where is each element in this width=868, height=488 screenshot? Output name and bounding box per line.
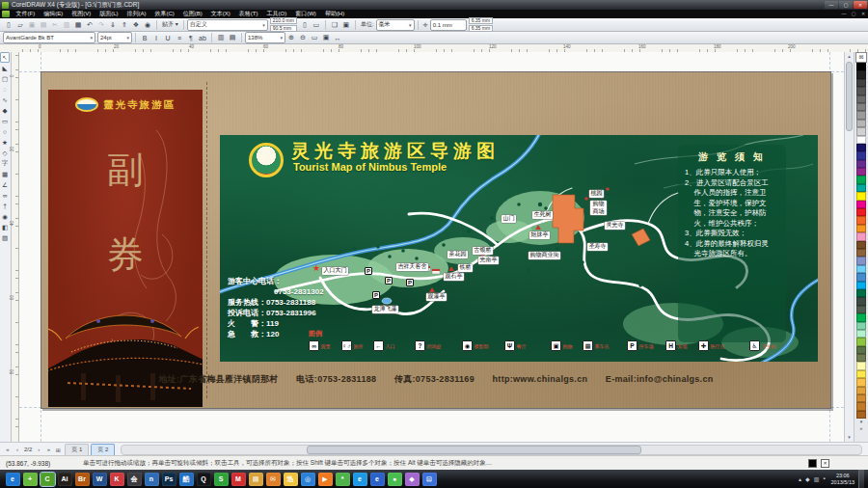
taskbar-app-icon[interactable]: M <box>231 473 246 486</box>
text-tool[interactable]: 字 <box>0 158 10 169</box>
redo-button[interactable]: ↷ <box>96 19 107 30</box>
doc-window-control-button[interactable]: ✕ <box>858 10 868 18</box>
alignment-button[interactable]: ≡ <box>175 33 185 43</box>
color-swatch[interactable] <box>856 111 866 119</box>
taskbar-clock[interactable]: 23:06 2013/5/13 <box>831 473 854 485</box>
taskbar-app-icon[interactable]: ● <box>388 473 402 486</box>
color-swatch[interactable] <box>856 79 866 87</box>
tourist-map[interactable]: 灵光寺旅游区导游图 Tourist Map of Nimbus Temple 游… <box>220 135 818 362</box>
interactive-blend-tool[interactable]: ∞ <box>0 190 10 201</box>
taskbar-app-icon[interactable]: S <box>214 473 229 486</box>
scroll-down-arrow[interactable]: ▾ <box>845 433 854 442</box>
taskbar-app-icon[interactable]: ▤ <box>249 473 263 486</box>
color-swatch[interactable] <box>856 201 866 208</box>
cut-button[interactable]: ✂ <box>50 19 61 30</box>
basic-shapes-tool[interactable]: ◇ <box>0 148 10 158</box>
crop-tool[interactable]: ▢ <box>0 73 10 84</box>
tray-icon[interactable]: ▪ <box>823 475 825 482</box>
color-swatch[interactable] <box>856 370 866 378</box>
rectangle-tool[interactable]: ▭ <box>0 116 10 126</box>
portrait-button[interactable]: ▯ <box>299 19 310 30</box>
paper-preset-combo[interactable]: 自定义▾ <box>187 19 268 31</box>
taskbar-app-icon[interactable]: e <box>6 473 20 486</box>
temple-roof-photo[interactable] <box>48 277 203 407</box>
taskbar-app-icon[interactable]: Q <box>197 473 211 486</box>
current-page-button[interactable]: ▣ <box>340 19 351 30</box>
undo-button[interactable]: ↶ <box>85 19 95 30</box>
underline-button[interactable]: U <box>163 33 174 43</box>
map-place-label[interactable]: 茶花园 <box>448 251 468 258</box>
color-swatch[interactable] <box>856 127 866 135</box>
paper-size-fields[interactable]: 210.0 mm 90.5 mm <box>270 17 297 33</box>
color-swatch[interactable] <box>856 297 866 305</box>
taskbar-app-icon[interactable]: * <box>336 473 350 486</box>
snap-dropdown[interactable]: 贴齐 ▾ <box>162 20 178 29</box>
color-swatch[interactable] <box>856 168 866 176</box>
map-place-label[interactable]: 观石亭 <box>444 273 464 281</box>
color-swatch[interactable] <box>856 70 866 78</box>
window-control-button[interactable]: ✕ <box>854 1 867 9</box>
bold-button[interactable]: B <box>140 33 150 43</box>
menu-item[interactable]: 效果(C) <box>150 10 178 18</box>
map-place-label[interactable]: 铁桥 <box>458 264 473 272</box>
map-place-label[interactable]: 山门 <box>502 215 516 223</box>
tray-icon[interactable]: ◆ <box>805 475 810 482</box>
page-nav-button[interactable]: » <box>43 447 53 452</box>
map-place-label[interactable]: 购物商业街 <box>529 252 560 259</box>
outline-tool[interactable]: ◉ <box>0 211 10 222</box>
color-swatch[interactable] <box>856 144 866 151</box>
color-swatch[interactable] <box>856 354 866 362</box>
color-swatch[interactable] <box>856 330 866 338</box>
edit-text-button[interactable]: ab <box>198 33 208 43</box>
map-place-label[interactable]: 生死树 <box>532 211 553 219</box>
map-place-label[interactable]: 观瀑亭 <box>426 293 447 301</box>
taskbar-app-icon[interactable]: ◆ <box>405 473 420 486</box>
open-button[interactable]: ▱ <box>15 19 26 30</box>
color-swatch[interactable] <box>856 120 866 127</box>
columns-button[interactable]: ▥ <box>216 33 227 43</box>
table-tool[interactable]: ▦ <box>0 169 10 179</box>
map-place-label[interactable]: 龙潭飞瀑 <box>372 306 398 313</box>
taskbar-app-icon[interactable]: ▶ <box>318 473 333 486</box>
taskbar-app-icon[interactable]: e <box>353 473 367 486</box>
menu-item[interactable]: 文本(X) <box>206 10 234 18</box>
palette-scroll-button[interactable]: ▾ <box>860 419 863 425</box>
color-swatch[interactable] <box>856 63 866 70</box>
color-swatch[interactable] <box>856 136 866 144</box>
ticket-page[interactable]: 靈光寺旅游區 副 券 <box>41 71 831 409</box>
doc-window-control-button[interactable]: ▢ <box>849 10 858 18</box>
shape-tool[interactable]: ◣ <box>0 63 10 73</box>
menu-item[interactable]: 视图(V) <box>68 10 95 18</box>
color-swatch[interactable] <box>856 411 866 419</box>
taskbar-app-icon[interactable]: C <box>41 473 55 486</box>
color-swatch[interactable] <box>856 95 866 103</box>
ellipse-tool[interactable]: ○ <box>0 126 10 137</box>
vertical-scrollbar[interactable]: ▴ ▾ <box>844 52 854 442</box>
horizontal-scrollbar[interactable] <box>121 445 862 455</box>
polygon-tool[interactable]: ★ <box>0 137 10 148</box>
color-swatch[interactable] <box>856 192 866 200</box>
copy-button[interactable]: ▥ <box>62 19 72 30</box>
font-size-combo[interactable]: 24pt▾ <box>97 32 132 43</box>
color-swatch[interactable] <box>856 241 866 249</box>
page-tab[interactable]: 页 2 <box>91 444 115 455</box>
map-place-label[interactable]: 吉祥天客舍 <box>396 263 428 271</box>
parking-icon[interactable]: P <box>365 267 372 275</box>
duplicate-distance-fields[interactable]: 6.35 mm 6.35 mm <box>469 17 493 33</box>
page-nav-button[interactable]: ‹ <box>13 447 22 452</box>
welcome-screen-button[interactable]: ◉ <box>143 19 153 30</box>
tray-icon[interactable]: ▥ <box>814 475 820 482</box>
color-swatch[interactable] <box>856 232 866 240</box>
palette-expand-button[interactable]: « <box>860 425 863 432</box>
window-control-button[interactable]: — <box>825 1 838 9</box>
scenic-area-logo[interactable] <box>249 143 284 177</box>
fill-tool[interactable]: ◧ <box>0 222 10 232</box>
taskbar-app-icon[interactable]: Br <box>75 473 90 486</box>
visitor-notice-panel[interactable]: 游 览 须 知 1、此券只限本人使用； 2、进入景区请配合景区工 作人员的指挥，… <box>678 145 786 342</box>
landscape-button[interactable]: ▭ <box>311 19 321 30</box>
drawing-canvas[interactable]: 靈光寺旅游區 副 券 <box>19 52 844 442</box>
page-nav-button[interactable]: › <box>34 447 43 452</box>
interactive-fill-tool[interactable]: ▨ <box>0 232 10 243</box>
map-place-label[interactable]: 圣寿寺 <box>587 243 608 251</box>
map-place-label[interactable]: 灵光寺 <box>605 222 625 230</box>
